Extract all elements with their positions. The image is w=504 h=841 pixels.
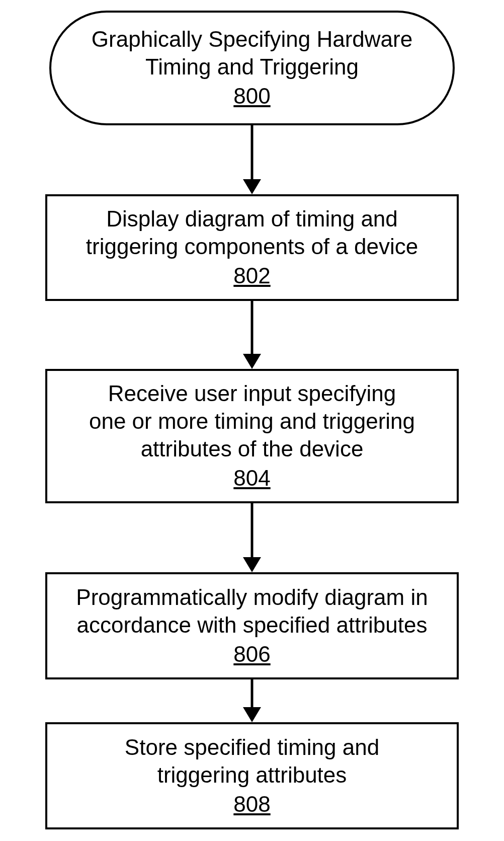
node-title: Store specified timing and triggering at… <box>125 733 379 789</box>
flowchart-arrow <box>242 679 262 722</box>
node-ref: 806 <box>233 640 270 668</box>
node-title: Display diagram of timing and triggering… <box>86 205 418 260</box>
flowchart-process-806: Programmatically modify diagram in accor… <box>45 572 459 679</box>
node-ref: 802 <box>233 261 270 290</box>
node-title: Graphically Specifying Hardware Timing a… <box>92 25 412 81</box>
flowchart-process-804: Receive user input specifying one or mor… <box>45 369 459 503</box>
flowchart-terminator-800: Graphically Specifying Hardware Timing a… <box>49 11 455 125</box>
node-ref: 800 <box>233 82 270 110</box>
flowchart-arrow <box>242 301 262 369</box>
flowchart-container: Graphically Specifying Hardware Timing a… <box>0 0 504 841</box>
node-ref: 804 <box>233 464 270 492</box>
flowchart-process-808: Store specified timing and triggering at… <box>45 722 459 829</box>
node-title: Receive user input specifying one or mor… <box>89 379 415 463</box>
node-ref: 808 <box>233 790 270 818</box>
flowchart-arrow <box>242 503 262 572</box>
flowchart-process-802: Display diagram of timing and triggering… <box>45 194 459 301</box>
flowchart-arrow <box>242 125 262 194</box>
node-title: Programmatically modify diagram in accor… <box>76 583 428 639</box>
